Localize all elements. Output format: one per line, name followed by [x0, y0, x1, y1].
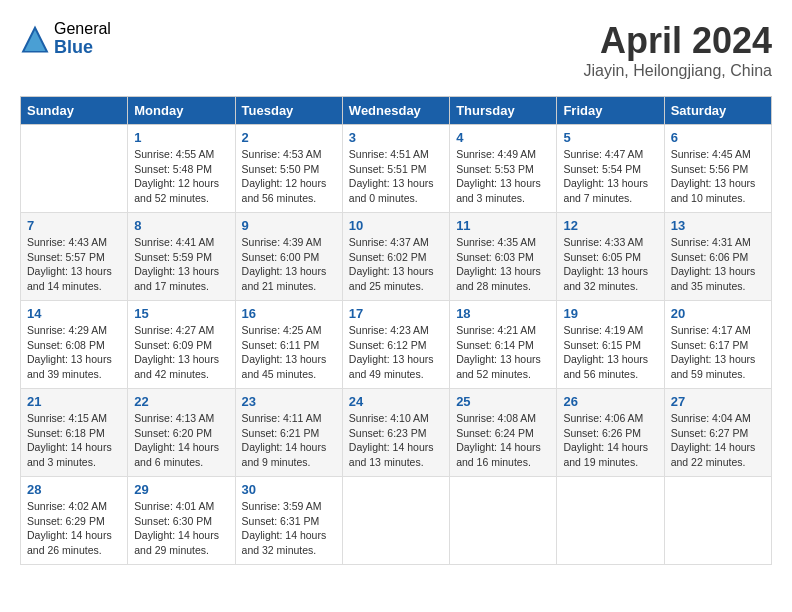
- day-number: 13: [671, 218, 765, 233]
- cell-content: Sunrise: 4:08 AMSunset: 6:24 PMDaylight:…: [456, 411, 550, 470]
- calendar-cell: 15Sunrise: 4:27 AMSunset: 6:09 PMDayligh…: [128, 301, 235, 389]
- day-number: 7: [27, 218, 121, 233]
- page-header: General Blue April 2024 Jiayin, Heilongj…: [20, 20, 772, 80]
- calendar-cell: [557, 477, 664, 565]
- cell-content: Sunrise: 4:29 AMSunset: 6:08 PMDaylight:…: [27, 323, 121, 382]
- cell-content: Sunrise: 4:23 AMSunset: 6:12 PMDaylight:…: [349, 323, 443, 382]
- calendar-cell: 6Sunrise: 4:45 AMSunset: 5:56 PMDaylight…: [664, 125, 771, 213]
- calendar-cell: [342, 477, 449, 565]
- calendar-cell: [450, 477, 557, 565]
- calendar-cell: 1Sunrise: 4:55 AMSunset: 5:48 PMDaylight…: [128, 125, 235, 213]
- calendar-cell: 5Sunrise: 4:47 AMSunset: 5:54 PMDaylight…: [557, 125, 664, 213]
- calendar-table: SundayMondayTuesdayWednesdayThursdayFrid…: [20, 96, 772, 565]
- calendar-cell: 28Sunrise: 4:02 AMSunset: 6:29 PMDayligh…: [21, 477, 128, 565]
- day-number: 18: [456, 306, 550, 321]
- cell-content: Sunrise: 4:06 AMSunset: 6:26 PMDaylight:…: [563, 411, 657, 470]
- calendar-cell: 27Sunrise: 4:04 AMSunset: 6:27 PMDayligh…: [664, 389, 771, 477]
- calendar-cell: 20Sunrise: 4:17 AMSunset: 6:17 PMDayligh…: [664, 301, 771, 389]
- cell-content: Sunrise: 4:39 AMSunset: 6:00 PMDaylight:…: [242, 235, 336, 294]
- cell-content: Sunrise: 4:27 AMSunset: 6:09 PMDaylight:…: [134, 323, 228, 382]
- column-header-friday: Friday: [557, 97, 664, 125]
- calendar-cell: 16Sunrise: 4:25 AMSunset: 6:11 PMDayligh…: [235, 301, 342, 389]
- cell-content: Sunrise: 4:55 AMSunset: 5:48 PMDaylight:…: [134, 147, 228, 206]
- day-number: 26: [563, 394, 657, 409]
- week-row-1: 1Sunrise: 4:55 AMSunset: 5:48 PMDaylight…: [21, 125, 772, 213]
- calendar-cell: 19Sunrise: 4:19 AMSunset: 6:15 PMDayligh…: [557, 301, 664, 389]
- calendar-cell: 9Sunrise: 4:39 AMSunset: 6:00 PMDaylight…: [235, 213, 342, 301]
- day-number: 21: [27, 394, 121, 409]
- day-number: 17: [349, 306, 443, 321]
- calendar-cell: 11Sunrise: 4:35 AMSunset: 6:03 PMDayligh…: [450, 213, 557, 301]
- cell-content: Sunrise: 4:17 AMSunset: 6:17 PMDaylight:…: [671, 323, 765, 382]
- week-row-4: 21Sunrise: 4:15 AMSunset: 6:18 PMDayligh…: [21, 389, 772, 477]
- day-number: 16: [242, 306, 336, 321]
- logo-text: General Blue: [54, 20, 111, 57]
- month-title: April 2024: [583, 20, 772, 62]
- cell-content: Sunrise: 4:01 AMSunset: 6:30 PMDaylight:…: [134, 499, 228, 558]
- column-header-thursday: Thursday: [450, 97, 557, 125]
- cell-content: Sunrise: 4:19 AMSunset: 6:15 PMDaylight:…: [563, 323, 657, 382]
- day-number: 2: [242, 130, 336, 145]
- cell-content: Sunrise: 4:11 AMSunset: 6:21 PMDaylight:…: [242, 411, 336, 470]
- cell-content: Sunrise: 4:35 AMSunset: 6:03 PMDaylight:…: [456, 235, 550, 294]
- header-row: SundayMondayTuesdayWednesdayThursdayFrid…: [21, 97, 772, 125]
- day-number: 19: [563, 306, 657, 321]
- calendar-cell: [664, 477, 771, 565]
- cell-content: Sunrise: 4:41 AMSunset: 5:59 PMDaylight:…: [134, 235, 228, 294]
- day-number: 12: [563, 218, 657, 233]
- day-number: 25: [456, 394, 550, 409]
- cell-content: Sunrise: 4:15 AMSunset: 6:18 PMDaylight:…: [27, 411, 121, 470]
- column-header-saturday: Saturday: [664, 97, 771, 125]
- cell-content: Sunrise: 4:47 AMSunset: 5:54 PMDaylight:…: [563, 147, 657, 206]
- day-number: 3: [349, 130, 443, 145]
- calendar-cell: 29Sunrise: 4:01 AMSunset: 6:30 PMDayligh…: [128, 477, 235, 565]
- cell-content: Sunrise: 4:45 AMSunset: 5:56 PMDaylight:…: [671, 147, 765, 206]
- calendar-cell: 4Sunrise: 4:49 AMSunset: 5:53 PMDaylight…: [450, 125, 557, 213]
- title-area: April 2024 Jiayin, Heilongjiang, China: [583, 20, 772, 80]
- column-header-sunday: Sunday: [21, 97, 128, 125]
- cell-content: Sunrise: 4:10 AMSunset: 6:23 PMDaylight:…: [349, 411, 443, 470]
- day-number: 24: [349, 394, 443, 409]
- cell-content: Sunrise: 4:53 AMSunset: 5:50 PMDaylight:…: [242, 147, 336, 206]
- day-number: 15: [134, 306, 228, 321]
- cell-content: Sunrise: 4:13 AMSunset: 6:20 PMDaylight:…: [134, 411, 228, 470]
- day-number: 6: [671, 130, 765, 145]
- logo: General Blue: [20, 20, 111, 57]
- calendar-cell: 8Sunrise: 4:41 AMSunset: 5:59 PMDaylight…: [128, 213, 235, 301]
- calendar-cell: 18Sunrise: 4:21 AMSunset: 6:14 PMDayligh…: [450, 301, 557, 389]
- day-number: 14: [27, 306, 121, 321]
- day-number: 22: [134, 394, 228, 409]
- calendar-cell: 17Sunrise: 4:23 AMSunset: 6:12 PMDayligh…: [342, 301, 449, 389]
- day-number: 29: [134, 482, 228, 497]
- calendar-cell: 10Sunrise: 4:37 AMSunset: 6:02 PMDayligh…: [342, 213, 449, 301]
- cell-content: Sunrise: 4:21 AMSunset: 6:14 PMDaylight:…: [456, 323, 550, 382]
- calendar-cell: 7Sunrise: 4:43 AMSunset: 5:57 PMDaylight…: [21, 213, 128, 301]
- cell-content: Sunrise: 4:33 AMSunset: 6:05 PMDaylight:…: [563, 235, 657, 294]
- calendar-cell: 13Sunrise: 4:31 AMSunset: 6:06 PMDayligh…: [664, 213, 771, 301]
- calendar-cell: 2Sunrise: 4:53 AMSunset: 5:50 PMDaylight…: [235, 125, 342, 213]
- column-header-monday: Monday: [128, 97, 235, 125]
- day-number: 4: [456, 130, 550, 145]
- column-header-wednesday: Wednesday: [342, 97, 449, 125]
- week-row-2: 7Sunrise: 4:43 AMSunset: 5:57 PMDaylight…: [21, 213, 772, 301]
- day-number: 27: [671, 394, 765, 409]
- cell-content: Sunrise: 4:02 AMSunset: 6:29 PMDaylight:…: [27, 499, 121, 558]
- cell-content: Sunrise: 4:51 AMSunset: 5:51 PMDaylight:…: [349, 147, 443, 206]
- week-row-3: 14Sunrise: 4:29 AMSunset: 6:08 PMDayligh…: [21, 301, 772, 389]
- calendar-cell: 23Sunrise: 4:11 AMSunset: 6:21 PMDayligh…: [235, 389, 342, 477]
- day-number: 5: [563, 130, 657, 145]
- logo-icon: [20, 24, 50, 54]
- calendar-cell: 12Sunrise: 4:33 AMSunset: 6:05 PMDayligh…: [557, 213, 664, 301]
- day-number: 10: [349, 218, 443, 233]
- calendar-cell: 26Sunrise: 4:06 AMSunset: 6:26 PMDayligh…: [557, 389, 664, 477]
- calendar-cell: 22Sunrise: 4:13 AMSunset: 6:20 PMDayligh…: [128, 389, 235, 477]
- cell-content: Sunrise: 4:37 AMSunset: 6:02 PMDaylight:…: [349, 235, 443, 294]
- day-number: 9: [242, 218, 336, 233]
- week-row-5: 28Sunrise: 4:02 AMSunset: 6:29 PMDayligh…: [21, 477, 772, 565]
- location: Jiayin, Heilongjiang, China: [583, 62, 772, 80]
- cell-content: Sunrise: 4:04 AMSunset: 6:27 PMDaylight:…: [671, 411, 765, 470]
- calendar-cell: 30Sunrise: 3:59 AMSunset: 6:31 PMDayligh…: [235, 477, 342, 565]
- calendar-cell: 24Sunrise: 4:10 AMSunset: 6:23 PMDayligh…: [342, 389, 449, 477]
- logo-general: General: [54, 20, 111, 38]
- cell-content: Sunrise: 4:25 AMSunset: 6:11 PMDaylight:…: [242, 323, 336, 382]
